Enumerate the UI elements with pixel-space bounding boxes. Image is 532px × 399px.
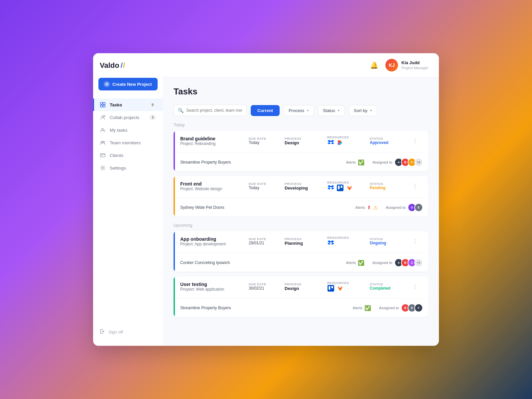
client-name: Streamline Property Buyers bbox=[180, 160, 346, 165]
task-title: User testing bbox=[180, 282, 246, 287]
due-date-header: DUE DATE bbox=[249, 182, 282, 186]
status-header: STATUS bbox=[370, 137, 410, 140]
resources-header: RESOURCES bbox=[327, 236, 367, 239]
sidebar-item-mytasks[interactable]: My tasks bbox=[93, 124, 163, 136]
status-header-cell: STATUS Ongoing bbox=[370, 237, 410, 245]
section-today: Today Brand guideline Project: Rebrandin… bbox=[174, 123, 428, 216]
dropbox-icon bbox=[327, 139, 334, 146]
process-header: PROCESS bbox=[285, 182, 325, 186]
svg-rect-10 bbox=[101, 156, 102, 156]
task-project: Project: Rebranding bbox=[180, 141, 246, 146]
sidebar-item-label-tasks: Tasks bbox=[110, 102, 122, 107]
sidebar-item-settings[interactable]: Settings bbox=[93, 162, 163, 174]
due-date-value: 30/02/21 bbox=[249, 286, 282, 291]
due-date-header: DUE DATE bbox=[249, 137, 282, 140]
sidebar-item-team[interactable]: Team members bbox=[93, 136, 163, 149]
task-main-row: Brand guideline Project: Rebranding DUE … bbox=[175, 131, 428, 150]
resources-row bbox=[327, 239, 367, 247]
page-content: Tasks 🔍 Current Process ▾ Status ▾ Sort … bbox=[163, 77, 439, 346]
due-date-header-cell: DUE DATE 30/02/21 bbox=[249, 282, 282, 291]
card-body: Front end Project: Website design DUE DA… bbox=[175, 176, 428, 216]
collab-badge: 3 bbox=[149, 115, 156, 120]
task-project: Proyect: Web application bbox=[180, 287, 246, 292]
resources-header: RESOURCES bbox=[327, 135, 367, 139]
task-title: Front end bbox=[180, 181, 246, 187]
collab-icon bbox=[100, 114, 106, 120]
team-icon bbox=[100, 140, 106, 146]
card-divider bbox=[175, 298, 428, 298]
status-filter[interactable]: Status ▾ bbox=[318, 105, 345, 116]
status-header-cell: STATUS Approved bbox=[370, 137, 410, 145]
notification-bell[interactable]: 🔔 bbox=[368, 59, 380, 71]
process-filter[interactable]: Process ▾ bbox=[284, 105, 314, 116]
process-filter-label: Process bbox=[289, 108, 304, 113]
sidebar-item-label-settings: Settings bbox=[110, 166, 126, 171]
task-main-row: Front end Project: Website design DUE DA… bbox=[175, 176, 428, 195]
assigned-section: Assigned to ABC+2 bbox=[372, 158, 423, 167]
svg-rect-3 bbox=[103, 105, 105, 107]
process-value: Developing bbox=[285, 186, 325, 191]
task-main-row: User testing Proyect: Web application DU… bbox=[175, 276, 428, 295]
client-name: Conker Concreting Ipswich bbox=[180, 260, 346, 265]
task-title-cell: App onboarding Project: App development bbox=[180, 236, 246, 246]
sidebar-item-clients[interactable]: Clients bbox=[93, 149, 163, 162]
logo-text: Valdo bbox=[100, 61, 119, 70]
task-project: Project: App development bbox=[180, 242, 246, 246]
alert-row: Sydney Wide Pet Doors Alerts ⬆⚠ Assigned… bbox=[175, 200, 428, 216]
sortby-filter[interactable]: Sort by ▾ bbox=[349, 105, 377, 116]
process-header: PROCESS bbox=[285, 282, 325, 286]
task-title-cell: Front end Project: Website design bbox=[180, 181, 246, 191]
assigned-to-label: Assigned to bbox=[386, 205, 406, 209]
app-container: Valdo / / ＋ Create New Project Tasks 9 bbox=[93, 53, 439, 346]
task-card-inner: User testing Proyect: Web application DU… bbox=[174, 276, 428, 317]
sign-off-button[interactable]: Sign off bbox=[100, 326, 156, 338]
due-date-header-cell: DUE DATE 29/01/21 bbox=[249, 237, 282, 245]
resources-header: RESOURCES bbox=[327, 281, 367, 285]
section-label: Upcoming bbox=[174, 223, 428, 228]
task-main-row: App onboarding Project: App development … bbox=[175, 231, 428, 250]
more-options-button[interactable]: ⋮ bbox=[412, 183, 423, 189]
dropbox-icon bbox=[327, 239, 334, 247]
svg-rect-1 bbox=[103, 102, 105, 104]
figma-icon bbox=[336, 139, 344, 146]
svg-rect-16 bbox=[328, 285, 334, 292]
assigned-to-label: Assigned to bbox=[372, 160, 392, 164]
more-options-button[interactable]: ⋮ bbox=[412, 283, 423, 290]
more-options-button[interactable]: ⋮ bbox=[412, 138, 423, 144]
sidebar-bottom: Sign off bbox=[93, 326, 163, 338]
client-name: Streamline Property Buyers bbox=[180, 306, 352, 310]
status-header-cell: STATUS Pending bbox=[370, 182, 410, 190]
tasks-icon bbox=[100, 102, 106, 108]
task-title-cell: Brand guideline Project: Rebranding bbox=[180, 136, 246, 146]
alert-row: Streamline Property Buyers Alerts ✅ Assi… bbox=[175, 301, 428, 317]
alerts-section: Alerts ⬆⚠ bbox=[355, 204, 377, 211]
task-card: Brand guideline Project: Rebranding DUE … bbox=[174, 131, 428, 171]
task-card: App onboarding Project: App development … bbox=[174, 231, 428, 272]
svg-point-6 bbox=[101, 128, 103, 130]
alerts-label: Alerts bbox=[346, 261, 355, 265]
status-filter-label: Status bbox=[323, 108, 335, 113]
card-divider bbox=[175, 152, 428, 153]
card-body: User testing Proyect: Web application DU… bbox=[175, 276, 428, 317]
avatar: KJ bbox=[385, 59, 398, 71]
resources-row bbox=[327, 139, 367, 146]
sidebar-item-tasks[interactable]: Tasks 9 bbox=[93, 98, 163, 111]
sidebar: Valdo / / ＋ Create New Project Tasks 9 bbox=[93, 53, 163, 346]
sidebar-item-collab[interactable]: Collab projects 3 bbox=[93, 111, 163, 124]
resources-row bbox=[327, 184, 367, 192]
task-card: Front end Project: Website design DUE DA… bbox=[174, 176, 428, 216]
task-card: User testing Proyect: Web application DU… bbox=[174, 276, 428, 317]
create-project-button[interactable]: ＋ Create New Project bbox=[98, 78, 158, 90]
process-header-cell: PROCESS Developing bbox=[285, 182, 325, 191]
assigned-to-label: Assigned to bbox=[379, 306, 399, 310]
due-date-header: DUE DATE bbox=[249, 282, 282, 286]
trello-icon bbox=[327, 285, 334, 292]
more-options-button[interactable]: ⋮ bbox=[412, 238, 423, 244]
current-filter-button[interactable]: Current bbox=[251, 105, 280, 116]
alert-check-icon: ✅ bbox=[358, 260, 364, 266]
search-icon: 🔍 bbox=[178, 108, 184, 113]
resources-row bbox=[327, 285, 367, 292]
search-input[interactable] bbox=[186, 108, 242, 113]
header-right: 🔔 KJ Kia Judd Project Manager bbox=[368, 59, 428, 71]
section-upcoming: Upcoming App onboarding Project: App dev… bbox=[174, 223, 428, 317]
